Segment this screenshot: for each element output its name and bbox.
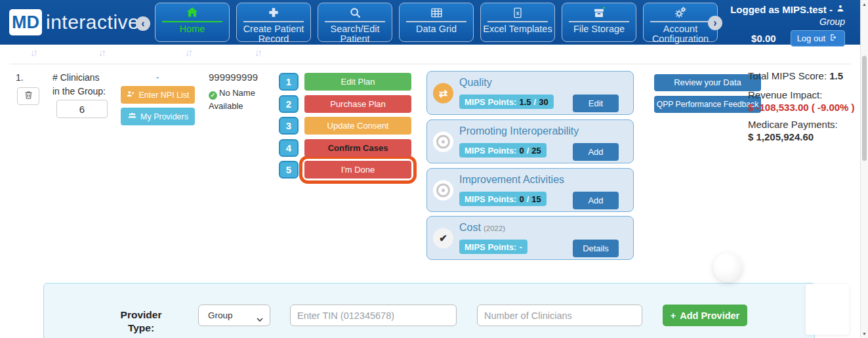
clinicians-count-input[interactable] <box>56 100 108 118</box>
logged-as-text: Logged as MIPS.test - <box>730 4 833 15</box>
nav-file-storage[interactable]: * File Storage <box>562 3 636 42</box>
target-icon <box>433 180 453 200</box>
sort-icon[interactable]: ↓↑ <box>98 47 104 58</box>
logo-md-badge[interactable]: MD <box>9 9 42 35</box>
nav-label: Account Configuration <box>644 24 717 44</box>
points-max: 30 <box>539 97 548 107</box>
delete-row-button[interactable] <box>17 87 39 105</box>
points-value: 0 <box>519 146 524 156</box>
row-number: 1. <box>16 72 24 83</box>
collapse-nav-left-button[interactable]: ‹ <box>136 16 150 31</box>
total-score-value: 1.5 <box>829 70 843 81</box>
my-providers-button[interactable]: My Providers <box>121 108 195 125</box>
target-icon <box>433 131 453 152</box>
floating-widget[interactable] <box>713 253 742 282</box>
table-grid-icon <box>400 5 473 20</box>
exchange-arrows-icon: ⇄ <box>433 83 453 103</box>
svg-text:x: x <box>516 9 520 16</box>
purchase-plan-button[interactable]: Purchase Plan <box>304 95 411 113</box>
expand-nav-right-button[interactable]: › <box>708 16 722 30</box>
plus-icon <box>237 5 310 20</box>
my-providers-label: My Providers <box>140 112 188 121</box>
points-slash: / <box>527 146 529 156</box>
nav-divider <box>162 21 222 22</box>
scroll-up-arrow[interactable]: ▲ <box>861 2 868 7</box>
points-max: 15 <box>531 194 541 204</box>
scrollbar[interactable]: ▲ ▼ <box>860 0 868 338</box>
sort-icon[interactable]: ↓↑ <box>255 47 260 58</box>
add-provider-button[interactable]: + Add Provider <box>663 305 747 326</box>
pi-add-button[interactable]: Add <box>573 143 619 161</box>
nav-label: Home <box>155 24 229 34</box>
revenue-impact-value: $ -108,533.00 ( -9.00% ) <box>748 102 868 113</box>
step-badge-4: 4 <box>279 139 299 157</box>
nav-search-edit-patient[interactable]: Search/Edit Patient <box>318 3 392 42</box>
nav-divider <box>569 21 629 22</box>
update-consent-button[interactable]: Update Consent <box>304 117 411 135</box>
sort-icon[interactable]: ↓↑ <box>185 47 191 58</box>
clinicians-label-line1: # Clinicians <box>52 72 100 83</box>
review-your-data-button[interactable]: Review your Data <box>654 74 761 91</box>
nav-home[interactable]: Home <box>155 3 230 42</box>
cost-details-button[interactable]: Details <box>573 240 619 257</box>
edit-plan-button[interactable]: Edit Plan <box>304 73 411 91</box>
points-value: 1.5 <box>519 97 531 107</box>
logo-wordmark: interactive <box>46 8 139 37</box>
ia-add-button[interactable]: Add <box>573 192 619 209</box>
gears-icon <box>644 5 717 20</box>
npi-list-dash: - <box>150 72 165 83</box>
logo-md-text: MD <box>12 12 39 32</box>
logout-button[interactable]: Log out <box>791 30 845 47</box>
im-done-button[interactable]: I'm Done <box>304 161 411 179</box>
card-title: Improvement Activities <box>459 174 564 185</box>
nav-divider <box>487 21 548 22</box>
check-icon: ✔ <box>433 228 453 248</box>
mips-points-badge: MIPS Points: - <box>459 240 527 254</box>
sort-icon[interactable]: ↓↑ <box>30 47 36 58</box>
name-status-text: No Name Available <box>209 88 255 111</box>
number-of-clinicians-input[interactable] <box>477 305 642 326</box>
nav-divider <box>650 21 711 22</box>
improvement-activities-card: Improvement Activities MIPS Points: 0 / … <box>426 168 634 212</box>
scroll-down-arrow[interactable]: ▼ <box>861 331 868 336</box>
points-slash: / <box>527 194 529 204</box>
tin-input[interactable] <box>290 305 457 326</box>
chevron-left-icon: ‹ <box>141 18 144 29</box>
points-value: - <box>519 242 522 252</box>
nav-label: Search/Edit Patient <box>318 24 392 44</box>
trash-icon <box>24 90 33 102</box>
nav-account-configuration[interactable]: Account Configuration <box>643 3 718 42</box>
medicare-payments-value: $ 1,205,924.60 <box>748 131 814 142</box>
plus-icon: + <box>671 310 676 321</box>
total-score-label: Total MIPS Score: <box>748 70 827 81</box>
points-value: 0 <box>519 194 524 204</box>
add-provider-label: Add Provider <box>680 310 739 321</box>
nav-data-grid[interactable]: Data Grid <box>399 3 474 42</box>
home-icon <box>155 5 229 20</box>
nav-excel-templates[interactable]: x Excel Templates <box>480 3 555 42</box>
quality-card: ⇄ Quality MIPS Points: 1.5 / 30 Edit <box>426 71 634 115</box>
user-block: Logged as MIPS.test - Group $0.00 Log ou… <box>716 4 845 47</box>
enter-npi-list-button[interactable]: Enter NPI List <box>121 86 195 104</box>
mdinteractive-dashboard: MD interactive ‹ › Home Create Patient R… <box>0 0 868 338</box>
search-icon <box>318 5 392 20</box>
mips-points-badge: MIPS Points: 0 / 25 <box>459 143 547 158</box>
logout-label: Log out <box>797 33 825 43</box>
cost-card: ✔ Cost(2022) MIPS Points: - Details <box>426 216 634 260</box>
mips-points-badge: MIPS Points: 1.5 / 30 <box>459 95 554 109</box>
nav-create-patient-record[interactable]: Create Patient Record <box>236 3 311 42</box>
provider-type-select[interactable]: Group <box>198 305 270 326</box>
nav-label: File Storage <box>562 24 636 34</box>
top-navbar: MD interactive ‹ › Home Create Patient R… <box>0 0 860 45</box>
card-year: (2022) <box>484 224 505 232</box>
points-slash: / <box>534 97 537 107</box>
storage-box-icon: * <box>562 5 636 20</box>
provider-type-label: Provider Type: <box>105 308 177 335</box>
quality-edit-button[interactable]: Edit <box>573 95 619 112</box>
nav-divider <box>406 21 466 22</box>
points-label: MIPS Points: <box>465 194 516 204</box>
confirm-cases-button[interactable]: Confirm Cases <box>304 139 411 157</box>
card-title: Cost <box>459 222 481 233</box>
qpp-performance-feedback-button[interactable]: QPP Performance Feedback <box>654 96 761 113</box>
name-status-block: ✓No Name Available <box>209 87 269 112</box>
